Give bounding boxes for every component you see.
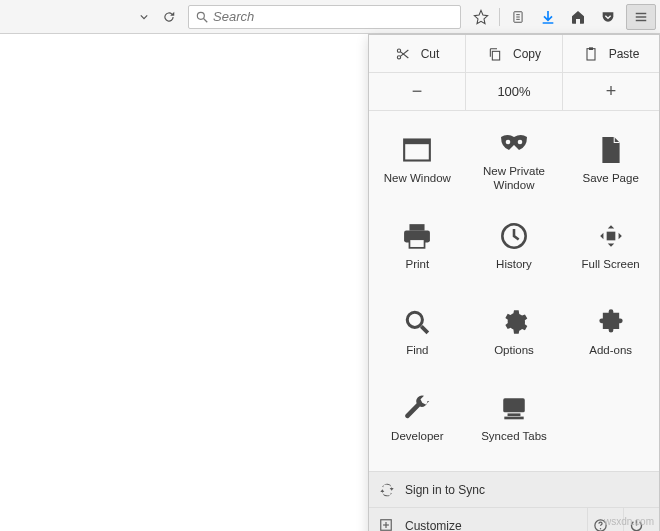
home-button[interactable] — [564, 5, 592, 29]
save-page-label: Save Page — [577, 171, 645, 185]
paste-button[interactable]: Paste — [562, 35, 659, 72]
edit-controls-row: Cut Copy Paste — [369, 35, 659, 73]
browser-toolbar — [0, 0, 660, 34]
developer-label: Developer — [385, 429, 449, 443]
developer-button[interactable]: Developer — [369, 375, 466, 461]
page-icon — [596, 135, 626, 165]
sync-icon — [379, 482, 395, 498]
scissors-icon — [395, 46, 411, 62]
svg-rect-22 — [410, 239, 425, 248]
svg-point-9 — [397, 49, 400, 52]
svg-line-26 — [422, 326, 429, 333]
zoom-controls-row: − 100% + — [369, 73, 659, 111]
plus-icon: + — [606, 81, 617, 102]
svg-point-18 — [506, 139, 511, 144]
svg-point-34 — [600, 528, 602, 530]
wrench-icon — [402, 393, 432, 423]
print-label: Print — [400, 257, 436, 271]
new-window-button[interactable]: New Window — [369, 117, 466, 203]
full-screen-label: Full Screen — [576, 257, 646, 271]
copy-label: Copy — [513, 47, 541, 61]
paste-icon — [583, 46, 599, 62]
find-label: Find — [400, 343, 434, 357]
new-private-window-button[interactable]: New Private Window — [466, 117, 563, 203]
svg-point-10 — [397, 55, 400, 58]
synced-tabs-button[interactable]: Synced Tabs — [466, 375, 563, 461]
svg-rect-20 — [410, 224, 425, 230]
svg-line-1 — [204, 18, 208, 22]
full-screen-button[interactable]: Full Screen — [562, 203, 659, 289]
pocket-button[interactable] — [594, 5, 622, 29]
options-button[interactable]: Options — [466, 289, 563, 375]
search-icon — [195, 10, 209, 24]
synced-tabs-label: Synced Tabs — [475, 429, 553, 443]
reload-button[interactable] — [156, 6, 182, 28]
history-label: History — [490, 257, 538, 271]
paste-label: Paste — [609, 47, 640, 61]
empty-slot — [562, 375, 659, 461]
copy-button[interactable]: Copy — [465, 35, 562, 72]
search-icon — [402, 307, 432, 337]
menu-panel: Cut Copy Paste − 100% + New Window — [368, 34, 660, 531]
options-label: Options — [488, 343, 540, 357]
find-button[interactable]: Find — [369, 289, 466, 375]
cut-button[interactable]: Cut — [369, 35, 465, 72]
url-dropdown-button[interactable] — [134, 6, 154, 28]
svg-rect-14 — [587, 48, 595, 59]
zoom-level-text: 100% — [497, 84, 530, 99]
history-button[interactable]: History — [466, 203, 563, 289]
sign-in-row[interactable]: Sign in to Sync — [369, 471, 659, 507]
addons-button[interactable]: Add-ons — [562, 289, 659, 375]
search-box[interactable] — [188, 5, 461, 29]
svg-point-19 — [518, 139, 523, 144]
watermark: wsxdn.com — [604, 516, 654, 527]
print-button[interactable]: Print — [369, 203, 466, 289]
svg-rect-17 — [404, 139, 430, 144]
printer-icon — [402, 221, 432, 251]
svg-rect-15 — [589, 47, 593, 50]
downloads-button[interactable] — [534, 5, 562, 29]
fullscreen-icon — [596, 221, 626, 251]
bookmark-star-button[interactable] — [467, 5, 495, 29]
svg-rect-28 — [508, 413, 521, 416]
window-icon — [402, 135, 432, 165]
zoom-out-button[interactable]: − — [369, 73, 465, 110]
svg-rect-29 — [504, 416, 523, 419]
reading-list-button[interactable] — [504, 5, 532, 29]
menu-button[interactable] — [626, 4, 656, 30]
minus-icon: − — [412, 81, 423, 102]
cut-label: Cut — [421, 47, 440, 61]
save-page-button[interactable]: Save Page — [562, 117, 659, 203]
mask-icon — [499, 128, 529, 158]
search-input[interactable] — [213, 9, 454, 24]
svg-rect-24 — [606, 231, 615, 240]
customize-icon — [379, 518, 395, 532]
puzzle-icon — [596, 307, 626, 337]
svg-rect-13 — [492, 51, 499, 60]
synced-tabs-icon — [499, 393, 529, 423]
toolbar-separator — [499, 8, 500, 26]
sign-in-label: Sign in to Sync — [405, 483, 485, 497]
zoom-level[interactable]: 100% — [465, 73, 562, 110]
svg-rect-27 — [503, 398, 525, 412]
customize-label[interactable]: Customize — [405, 519, 462, 532]
clock-icon — [499, 221, 529, 251]
zoom-in-button[interactable]: + — [562, 73, 659, 110]
new-private-window-label: New Private Window — [466, 164, 563, 193]
menu-grid: New Window New Private Window Save Page … — [369, 111, 659, 471]
svg-point-25 — [408, 312, 423, 327]
addons-label: Add-ons — [583, 343, 638, 357]
new-window-label: New Window — [378, 171, 457, 185]
copy-icon — [487, 46, 503, 62]
gear-icon — [499, 307, 529, 337]
svg-point-0 — [197, 12, 204, 19]
